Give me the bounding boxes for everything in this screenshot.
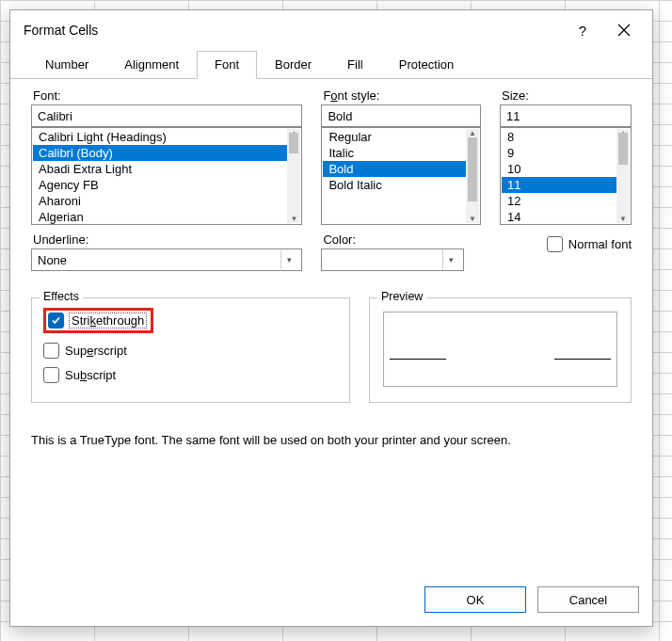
list-item[interactable]: Bold	[323, 161, 479, 177]
size-input[interactable]	[500, 104, 632, 127]
dialog-title: Format Cells	[24, 23, 562, 38]
chevron-down-icon[interactable]: ▾	[280, 250, 297, 269]
tab-number[interactable]: Number	[27, 51, 106, 79]
color-label: Color:	[321, 232, 481, 248]
normal-font-checkbox[interactable]: Normal font	[547, 232, 632, 255]
tab-alignment[interactable]: Alignment	[106, 51, 197, 79]
info-text: This is a TrueType font. The same font w…	[31, 433, 632, 447]
color-combo[interactable]: ▾	[321, 248, 464, 271]
font-input[interactable]	[31, 104, 302, 127]
list-item[interactable]: Calibri Light (Headings)	[33, 129, 300, 145]
tabstrip: Number Alignment Font Border Fill Protec…	[10, 50, 652, 79]
checkbox-icon	[43, 343, 59, 359]
scroll-down-icon[interactable]: ▼	[619, 215, 627, 223]
scroll-thumb[interactable]	[289, 133, 298, 153]
cancel-button[interactable]: Cancel	[537, 586, 639, 613]
list-item[interactable]: Calibri (Body)	[33, 145, 300, 161]
list-item[interactable]: 11	[502, 177, 630, 193]
font-label: Font:	[31, 88, 302, 104]
scroll-down-icon[interactable]: ▼	[469, 215, 476, 223]
normal-font-label: Normal font	[568, 237, 632, 251]
scrollbar[interactable]: ▲ ▼	[466, 129, 479, 223]
checkbox-icon	[43, 367, 59, 383]
scroll-down-icon[interactable]: ▼	[290, 215, 297, 223]
list-item[interactable]: Regular	[323, 129, 479, 145]
strikethrough-checkbox[interactable]	[48, 312, 64, 329]
list-item[interactable]: Algerian	[33, 209, 300, 225]
chevron-down-icon[interactable]: ▾	[442, 250, 459, 269]
preview-box	[383, 312, 617, 387]
underline-value: None	[38, 253, 280, 267]
preview-group-label: Preview	[377, 290, 426, 303]
help-button[interactable]: ?	[562, 16, 603, 44]
list-item[interactable]: 10	[502, 161, 630, 177]
dialog-footer: OK Cancel	[10, 573, 652, 626]
superscript-checkbox[interactable]: Superscript	[43, 339, 338, 361]
tab-border[interactable]: Border	[257, 51, 329, 79]
list-item[interactable]: Italic	[323, 145, 479, 161]
format-cells-dialog: Format Cells ? Number Alignment Font Bor…	[9, 9, 653, 627]
list-item[interactable]: 14	[502, 209, 630, 225]
preview-group: Preview	[369, 297, 632, 403]
font-listbox[interactable]: Calibri Light (Headings) Calibri (Body) …	[31, 127, 302, 225]
effects-group: Effects Strikethrough Superscript Subscr…	[31, 297, 350, 403]
tab-fill[interactable]: Fill	[329, 51, 381, 79]
tab-font[interactable]: Font	[197, 51, 257, 79]
list-item[interactable]: 9	[502, 145, 630, 161]
checkbox-icon	[547, 236, 563, 252]
list-item[interactable]: 8	[502, 129, 630, 145]
size-label: Size:	[500, 88, 632, 104]
effects-group-label: Effects	[40, 290, 83, 303]
close-button[interactable]	[603, 16, 645, 44]
scroll-up-icon[interactable]: ▲	[469, 129, 476, 137]
titlebar: Format Cells ?	[10, 10, 652, 50]
list-item[interactable]: Agency FB	[33, 177, 300, 193]
tab-protection[interactable]: Protection	[381, 51, 472, 79]
ok-button[interactable]: OK	[424, 586, 526, 613]
subscript-label: Subscript	[65, 368, 116, 382]
size-listbox[interactable]: 8 9 10 11 12 14 ▲ ▼	[500, 127, 632, 225]
font-style-listbox[interactable]: Regular Italic Bold Bold Italic ▲ ▼	[321, 127, 481, 225]
subscript-checkbox[interactable]: Subscript	[43, 363, 338, 386]
scroll-thumb[interactable]	[468, 137, 477, 201]
list-item[interactable]: Abadi Extra Light	[33, 161, 300, 177]
superscript-label: Superscript	[65, 344, 127, 358]
list-item[interactable]: 12	[502, 193, 630, 209]
scroll-thumb[interactable]	[618, 133, 628, 165]
strikethrough-highlight: Strikethrough	[43, 308, 153, 333]
list-item[interactable]: Aharoni	[33, 193, 300, 209]
scrollbar[interactable]: ▲ ▼	[616, 129, 630, 223]
scrollbar[interactable]: ▲ ▼	[287, 129, 300, 223]
strikethrough-label: Strikethrough	[69, 312, 147, 329]
underline-combo[interactable]: None ▾	[31, 248, 302, 271]
font-style-input[interactable]	[321, 104, 481, 127]
underline-label: Underline:	[31, 232, 302, 248]
list-item[interactable]: Bold Italic	[323, 177, 479, 193]
font-style-label: Font style:	[321, 88, 481, 104]
